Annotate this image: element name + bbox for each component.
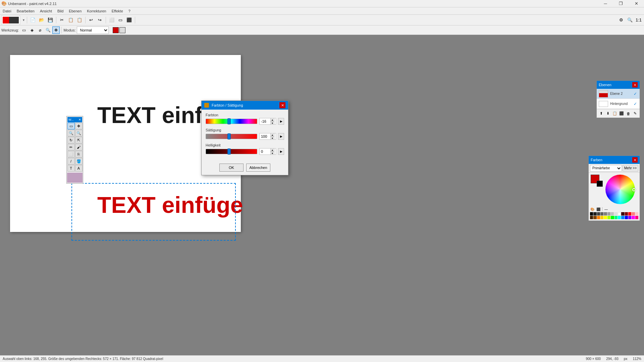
saturation-track[interactable]	[206, 134, 257, 139]
palette-cell[interactable]	[600, 212, 603, 216]
deselect-button[interactable]: ▭	[116, 16, 124, 24]
palette-cell[interactable]	[621, 216, 624, 219]
colors-close-button[interactable]: ✕	[632, 157, 638, 163]
cancel-button[interactable]: Abbrechen	[246, 164, 270, 172]
palette-cell[interactable]	[635, 216, 638, 219]
settings-button[interactable]: ⚙	[617, 16, 625, 24]
select-all-button[interactable]: ⬜	[108, 16, 116, 24]
palette-cell[interactable]	[621, 212, 624, 216]
layer-merge-button[interactable]: ⬛	[619, 110, 625, 117]
tool-lasso[interactable]: ⌀	[36, 26, 44, 34]
brightness-track[interactable]	[206, 149, 257, 154]
menu-bild[interactable]: Bild	[55, 8, 66, 14]
cut-button[interactable]: ✂	[58, 16, 66, 24]
saturation-thumb[interactable]	[227, 133, 231, 139]
layer-delete-button[interactable]: 🗑	[625, 110, 631, 117]
tool-magic-select[interactable]: ◈	[28, 26, 36, 34]
hue-reset[interactable]: ▶	[278, 118, 284, 125]
layer-move-up-button[interactable]: ⬆	[598, 110, 604, 117]
layer2-visible-checkbox[interactable]: ✓	[633, 92, 638, 96]
palette-cell[interactable]	[614, 212, 617, 216]
tool-text2[interactable]: A	[75, 165, 83, 172]
palette-cell[interactable]	[607, 212, 610, 216]
saturation-input[interactable]	[261, 134, 270, 138]
undo-button[interactable]: ↩	[87, 16, 95, 24]
copy-button[interactable]: 📋	[67, 16, 75, 24]
zoom-100-button[interactable]: 1:1	[635, 16, 643, 24]
color-mode-dropdown[interactable]: Primärfarbe Sekundärfarbe	[590, 165, 622, 172]
toolbox-close[interactable]: ✕	[78, 118, 81, 121]
layer-bg-visible-checkbox[interactable]: ✓	[633, 102, 638, 106]
tool-brush[interactable]: 🖌	[75, 144, 83, 150]
tool-eraser[interactable]: ⬜	[67, 151, 75, 158]
color-icon1[interactable]: 🎨	[590, 207, 595, 212]
tool-zoom[interactable]: 🔍	[44, 26, 52, 34]
menu-datei[interactable]: Datei	[0, 8, 14, 14]
layer-item-bg[interactable]: Hintergrund ✓	[597, 99, 640, 109]
menu-effekte[interactable]: Effekte	[109, 8, 126, 14]
mehr-button[interactable]: Mehr >>	[623, 165, 638, 172]
saturation-spin-down[interactable]: ▼	[270, 136, 274, 140]
palette-cell[interactable]	[625, 212, 628, 216]
palette-cell[interactable]	[632, 212, 635, 216]
layer-item-2[interactable]: Ebene 2 ✓	[597, 89, 640, 99]
menu-korrekturen[interactable]: Korrekturen	[84, 8, 109, 14]
palette-cell[interactable]	[590, 212, 593, 216]
palette-cell[interactable]	[600, 216, 603, 219]
new-button[interactable]: 📄	[29, 16, 37, 24]
layer-duplicate-button[interactable]: 📋	[612, 110, 618, 117]
palette-cell[interactable]	[593, 216, 596, 219]
paste-button[interactable]: 📋	[75, 16, 84, 24]
open-button[interactable]: 📂	[38, 16, 46, 24]
color-display[interactable]	[67, 173, 83, 183]
tool-text[interactable]: T	[67, 165, 75, 172]
tool-clone[interactable]: ⎘	[75, 151, 83, 158]
color-icon2[interactable]: ⬛	[596, 207, 601, 212]
menu-bearbeiten[interactable]: Bearbeiten	[14, 8, 37, 14]
layers-close-button[interactable]: ✕	[632, 82, 638, 87]
palette-cell[interactable]	[597, 212, 600, 216]
tool-rect-select[interactable]: ▭	[67, 123, 75, 129]
menu-ebenen[interactable]: Ebenen	[66, 8, 84, 14]
palette-cell[interactable]	[607, 216, 610, 219]
invert-button[interactable]: ⬛	[125, 16, 133, 24]
color-wheel[interactable]	[605, 175, 635, 204]
document-thumbnail[interactable]	[1, 15, 20, 25]
hue-track[interactable]	[206, 119, 257, 124]
tool-move2[interactable]: ✥	[75, 123, 83, 129]
layer-properties-button[interactable]: ✎	[632, 110, 638, 117]
menu-help[interactable]: ?	[126, 8, 133, 14]
color-icon3[interactable]: —	[604, 207, 608, 212]
tool-line[interactable]: /	[67, 158, 75, 165]
brightness-input[interactable]	[261, 149, 270, 154]
restore-button[interactable]: ❐	[613, 0, 629, 7]
palette-cell[interactable]	[625, 216, 628, 219]
tool-fill[interactable]: 🪣	[75, 158, 83, 165]
tool-move[interactable]: ✥	[52, 26, 60, 34]
hue-thumb[interactable]	[227, 118, 231, 124]
palette-cell[interactable]	[593, 212, 596, 216]
color-primary[interactable]	[113, 27, 119, 33]
palette-cell[interactable]	[590, 216, 593, 219]
brightness-reset[interactable]: ▶	[278, 148, 284, 155]
ok-button[interactable]: OK	[219, 164, 244, 172]
palette-cell[interactable]	[611, 216, 614, 219]
mode-dropdown[interactable]: Normal Multiplizieren Aufhellen	[77, 26, 109, 34]
palette-cell[interactable]	[597, 216, 600, 219]
menu-ansicht[interactable]: Ansicht	[37, 8, 55, 14]
palette-cell[interactable]	[635, 212, 638, 216]
zoom-fit-button[interactable]: 🔍	[626, 16, 634, 24]
brightness-thumb[interactable]	[227, 148, 231, 155]
palette-cell[interactable]	[618, 216, 621, 219]
brightness-spin-up[interactable]: ▲	[270, 148, 274, 152]
hue-spin-up[interactable]: ▲	[270, 118, 274, 121]
palette-cell[interactable]	[628, 216, 631, 219]
saturation-reset[interactable]: ▶	[278, 133, 284, 140]
tool-rotate[interactable]: ↻	[67, 137, 75, 143]
hue-spin-down[interactable]: ▼	[270, 121, 274, 125]
palette-cell[interactable]	[614, 216, 618, 219]
color-wheel-cursor[interactable]	[632, 188, 636, 191]
dialog-close-button[interactable]: ✕	[279, 102, 285, 108]
saturation-spin-up[interactable]: ▲	[270, 133, 274, 136]
hue-input[interactable]	[261, 119, 270, 123]
